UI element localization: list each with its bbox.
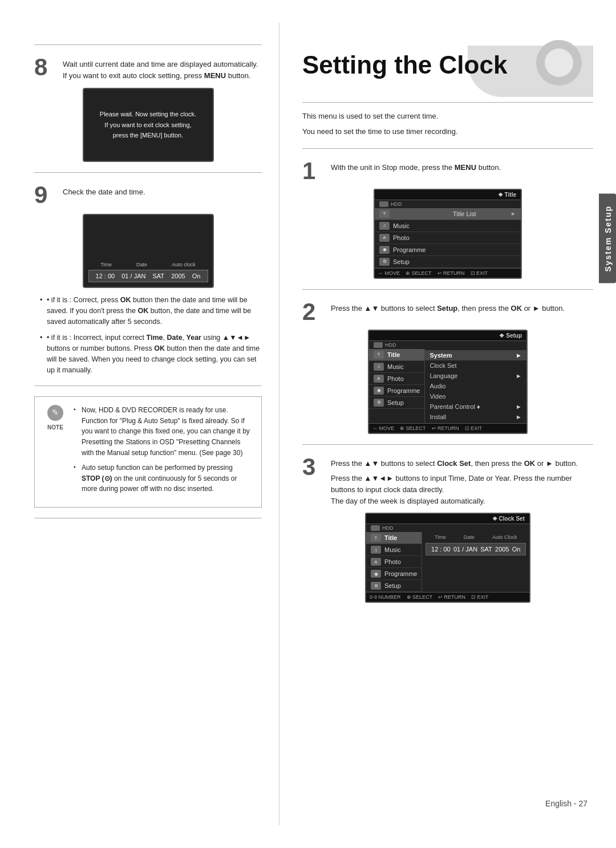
menu2-bottom-return: ↩ RETURN (432, 425, 459, 431)
menu2-language-row: Language ► (425, 371, 526, 381)
menu2-setup-icon: ⚙ (374, 399, 384, 407)
step-1-number: 1 (302, 159, 323, 183)
music-icon: ♫ (379, 222, 390, 230)
clock-date-val: 01 / JAN (453, 546, 477, 553)
menu3-bottombar: 0-9 NUMBER ⊕ SELECT ↩ RETURN ⊡ EXIT (366, 592, 529, 602)
menu2-setup-label: Setup (387, 399, 420, 406)
menu2-install-row: Install ► (425, 412, 526, 422)
autoclock-col-label: Auto Clock (492, 534, 517, 540)
install-label: Install (429, 413, 446, 420)
menu3-topbar: ❖ Clock Set (366, 514, 529, 524)
menu3-row-title: T Title (366, 532, 422, 544)
auto-label: Auto clock (172, 262, 196, 267)
auto-value: On (192, 273, 201, 279)
bullet2-text3: , (183, 334, 187, 342)
menu2-left-icons: T Title ♫ Music A Photo ◉ Programme (369, 349, 425, 423)
bullet2-bold3: Year (187, 334, 201, 342)
menu2-parental-row: Parental Control ♦ ► (425, 401, 526, 412)
menu3-clock-panel: Time Date Auto Clock 12 : 00 01 / JAN SA… (422, 532, 529, 592)
note-item-2: Auto setup function can be performed by … (74, 462, 252, 494)
right-divider-2 (302, 289, 593, 290)
step-8-block: 8 Wait until current date and time are d… (34, 55, 262, 81)
menu3-photo-label: Photo (384, 558, 417, 565)
bullet1-text1: • if it is : Correct, press (47, 296, 120, 304)
note-box: ✎ NOTE Now, HDD & DVD RECORDER is ready … (34, 396, 262, 508)
step3-bold2: OK (524, 459, 536, 468)
date-value: 01 / JAN (121, 273, 145, 279)
menu2-row-photo: A Photo (369, 373, 424, 385)
menu3-title-label: Title (384, 534, 417, 541)
step-9-block: 9 Check the date and time. (34, 183, 262, 207)
audio-label: Audio (429, 383, 445, 389)
menu3-bottom-number: 0-9 NUMBER (370, 594, 401, 600)
menu2-bottom-select: ⊕ SELECT (400, 425, 426, 431)
menu3-programme-label: Programme (384, 570, 417, 577)
right-column: Setting the Clock This menu is used to s… (279, 23, 616, 825)
menu3-bottom-select: ⊕ SELECT (407, 594, 433, 600)
heading-text-block: Setting the Clock (302, 51, 507, 79)
date-col-label: Date (464, 534, 475, 540)
clock-labels: Time Date Auto Clock (425, 534, 526, 540)
step-1-text: With the unit in Stop mode, press the ME… (331, 159, 501, 173)
step-3-number: 3 (302, 455, 323, 479)
menu1-bottombar: ↔ MOVE ⊕ SELECT ↩ RETURN ⊡ EXIT (375, 268, 521, 278)
menu3-setup-label: Setup (384, 582, 417, 589)
menu2-topbar: ❖ Setup (369, 331, 526, 341)
right-divider-3 (302, 444, 593, 445)
year-value: 2005 (171, 273, 185, 279)
step-8-bold: MENU (204, 71, 226, 80)
menu3-music-label: Music (384, 546, 417, 553)
menu1-bottom-return: ↩ RETURN (437, 270, 465, 276)
menu-screen-1: ❖ Title HDD T Title List ► ♫ Music A Pho… (374, 189, 522, 279)
menu3-hdd: HDD (366, 524, 529, 532)
step3-text3: or ► button. (535, 459, 578, 468)
left-column: 8 Wait until current date and time are d… (0, 23, 279, 825)
install-arrow: ► (516, 413, 522, 420)
screen-9: Time Date Auto clock 12 : 00 01 / JAN SA… (83, 214, 214, 288)
step-3-text: Press the ▲▼ buttons to select Clock Set… (331, 455, 593, 508)
day-value: SAT (153, 273, 165, 279)
step3-line1: Press the ▲▼ buttons to select Clock Set… (331, 458, 593, 469)
step2-bold1: Setup (437, 304, 457, 313)
menu3-bottom-return: ↩ RETURN (438, 594, 465, 600)
step-3-block: 3 Press the ▲▼ buttons to select Clock S… (302, 455, 593, 508)
heading-wrapper: Setting the Clock (302, 34, 593, 103)
screen-8-line1: Please wait. Now setting the clock. (100, 109, 196, 120)
hdd-text-2: HDD (385, 342, 396, 348)
video-label: Video (429, 393, 445, 400)
step-8-text: Wait until current date and time are dis… (63, 55, 262, 81)
step1-bold: MENU (455, 163, 476, 172)
step-9-text: Check the date and time. (63, 183, 145, 198)
note-icon: ✎ (47, 405, 63, 421)
menu3-topbar-label: ❖ Clock Set (492, 516, 525, 522)
divider-after-8 (34, 172, 262, 173)
bullet-item-1: • if it is : Correct, press OK button th… (40, 295, 262, 327)
menu3-photo-icon: A (371, 558, 381, 566)
step-8-number: 8 (34, 55, 55, 79)
intro-text-1: This menu is used to set the current tim… (302, 111, 593, 123)
menu-screen-2: ❖ Setup HDD T Title ♫ Music A (368, 330, 528, 434)
parental-arrow: ► (516, 403, 522, 410)
menu2-bottom-exit: ⊡ EXIT (465, 425, 483, 431)
step3-bold1: Clock Set (437, 459, 471, 468)
menu1-arrow-title: ► (510, 210, 516, 217)
menu2-row-title: T Title (369, 349, 424, 361)
menu2-music-label: Music (387, 363, 420, 370)
heading-inner-circle (545, 48, 573, 77)
clock-year-val: 2005 (495, 546, 509, 553)
menu1-bottom-select: ⊕ SELECT (406, 270, 432, 276)
page-number: English - 27 (545, 799, 587, 808)
menu2-topbar-label: ❖ Setup (499, 332, 522, 339)
screen-8-line2: If you want to exit clock setting, (100, 120, 196, 131)
menu1-bottom-move: ↔ MOVE (378, 270, 400, 276)
hdd-icon (379, 201, 388, 207)
time-col-label: Time (435, 534, 446, 540)
menu2-row-setup: ⚙ Setup (369, 397, 424, 409)
step3-line2: Press the ▲▼◄► buttons to input Time, Da… (331, 473, 593, 496)
step2-text1: Press the ▲▼ buttons to select (331, 304, 437, 313)
step-2-block: 2 Press the ▲▼ buttons to select Setup, … (302, 300, 593, 324)
step3-text1: Press the ▲▼ buttons to select (331, 459, 437, 468)
time-value: 12 : 00 (96, 273, 115, 279)
screen-8-content: Please wait. Now setting the clock. If y… (100, 109, 196, 141)
menu3-bottom-exit: ⊡ EXIT (471, 594, 489, 600)
